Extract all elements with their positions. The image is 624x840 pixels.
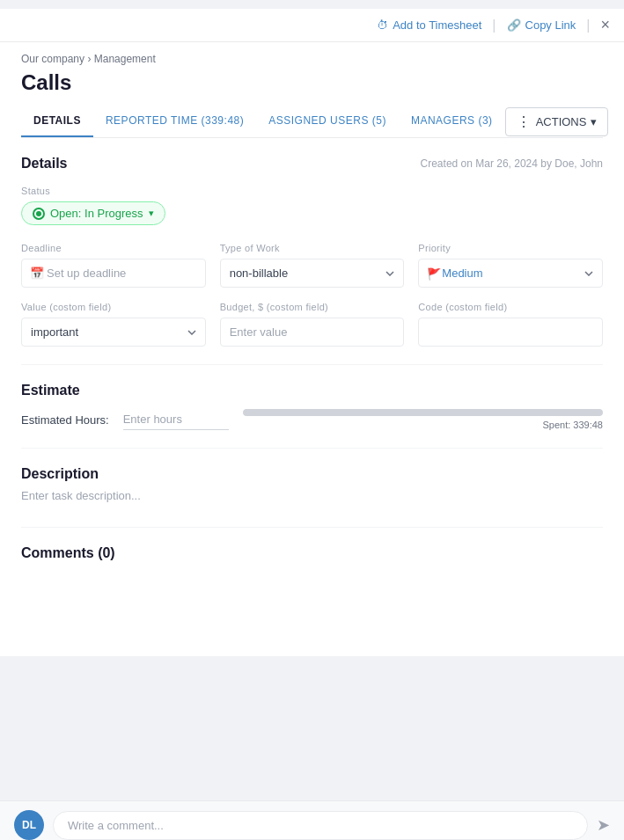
value-select[interactable]: important normal low — [21, 318, 206, 347]
description-input[interactable]: Enter task description... — [21, 482, 603, 509]
dots-icon: ⋮ — [517, 113, 532, 130]
priority-select[interactable]: Low Medium High — [418, 259, 603, 288]
comments-section: Comments (0) — [21, 545, 603, 561]
type-of-work-field: Type of Work non-billable billable — [220, 243, 405, 288]
created-info: Created on Mar 26, 2024 by Doe, John — [421, 157, 603, 170]
type-of-work-select[interactable]: non-billable billable — [220, 259, 405, 288]
copy-link-button[interactable]: 🔗 Copy Link — [507, 18, 576, 32]
breadcrumb-company: Our company — [21, 53, 84, 65]
budget-field: Budget, $ (costom field) — [220, 302, 405, 347]
progress-bar — [243, 409, 603, 416]
description-section-title: Description — [21, 466, 603, 482]
close-button[interactable]: × — [600, 16, 610, 34]
divider-description — [21, 448, 603, 449]
chevron-down-icon: ▾ — [591, 115, 597, 128]
status-chevron-icon: ▾ — [149, 208, 154, 219]
estimate-section-title: Estimate — [21, 383, 603, 398]
deadline-field: Deadline 📅 — [21, 243, 206, 288]
type-of-work-label: Type of Work — [220, 243, 405, 253]
divider2: | — [586, 18, 590, 33]
avatar: DL — [14, 810, 44, 840]
estimate-section: Estimate Estimated Hours: Spent: 339:48 — [21, 383, 603, 430]
status-container: Status Open: In Progress ▾ — [21, 186, 603, 225]
divider-comments — [21, 527, 603, 528]
link-icon: 🔗 — [507, 18, 521, 32]
comment-input-bar: DL ➤ — [0, 800, 624, 840]
description-section: Description Enter task description... — [21, 466, 603, 509]
top-bar: ⏱ Add to Timesheet | 🔗 Copy Link | × — [0, 9, 624, 42]
status-label: Status — [21, 186, 603, 196]
fields-grid-row2: Value (costom field) important normal lo… — [21, 302, 603, 347]
main-content: Details Created on Mar 26, 2024 by Doe, … — [0, 138, 624, 656]
value-label: Value (costom field) — [21, 302, 206, 312]
status-badge[interactable]: Open: In Progress ▾ — [21, 201, 165, 225]
status-value: Open: In Progress — [50, 207, 143, 220]
code-field: Code (costom field) AC-4 — [418, 302, 603, 347]
breadcrumb-section: Management — [94, 53, 156, 65]
calendar-icon: 📅 — [30, 267, 44, 280]
comment-input[interactable] — [53, 811, 588, 840]
details-header: Details Created on Mar 26, 2024 by Doe, … — [21, 156, 603, 172]
tabs-bar: DETAILS REPORTED TIME (339:48) ASSIGNED … — [21, 106, 603, 138]
priority-field: Priority 🚩 Low Medium High — [418, 243, 603, 288]
fields-grid-row1: Deadline 📅 Type of Work non-billable bil… — [21, 243, 603, 288]
priority-flag-icon: 🚩 — [427, 267, 441, 280]
divider-estimate — [21, 364, 603, 365]
budget-label: Budget, $ (costom field) — [220, 302, 405, 312]
tab-assigned-users[interactable]: ASSIGNED USERS (5) — [256, 106, 399, 137]
tab-details[interactable]: DETAILS — [21, 106, 93, 137]
page-title: Calls — [21, 70, 603, 95]
clock-icon: ⏱ — [377, 18, 388, 32]
status-open-icon — [33, 208, 45, 220]
add-to-timesheet-button[interactable]: ⏱ Add to Timesheet — [377, 18, 481, 32]
spent-label: Spent: 339:48 — [542, 420, 603, 430]
progress-container: Spent: 339:48 — [243, 409, 603, 430]
progress-bar-fill — [243, 409, 603, 416]
breadcrumb: Our company › Management — [21, 53, 603, 65]
breadcrumb-separator: › — [87, 53, 93, 65]
actions-button[interactable]: ⋮ ACTIONS ▾ — [505, 107, 609, 136]
code-label: Code (costom field) — [418, 302, 603, 312]
details-section-title: Details — [21, 156, 67, 172]
header-section: Our company › Management Calls DETAILS R… — [0, 42, 624, 138]
code-input[interactable]: AC-4 — [418, 318, 603, 347]
budget-input[interactable] — [220, 318, 405, 347]
estimated-hours-label: Estimated Hours: — [21, 413, 109, 427]
comments-section-title: Comments (0) — [21, 545, 603, 561]
value-field: Value (costom field) important normal lo… — [21, 302, 206, 347]
deadline-input[interactable] — [21, 259, 206, 288]
priority-label: Priority — [418, 243, 603, 253]
estimate-row: Estimated Hours: Spent: 339:48 — [21, 409, 603, 430]
deadline-label: Deadline — [21, 243, 206, 253]
divider: | — [492, 18, 496, 33]
tab-reported-time[interactable]: REPORTED TIME (339:48) — [93, 106, 256, 137]
tab-managers[interactable]: MANAGERS (3) — [399, 106, 505, 137]
estimated-hours-input[interactable] — [123, 409, 229, 430]
send-icon[interactable]: ➤ — [597, 815, 610, 835]
